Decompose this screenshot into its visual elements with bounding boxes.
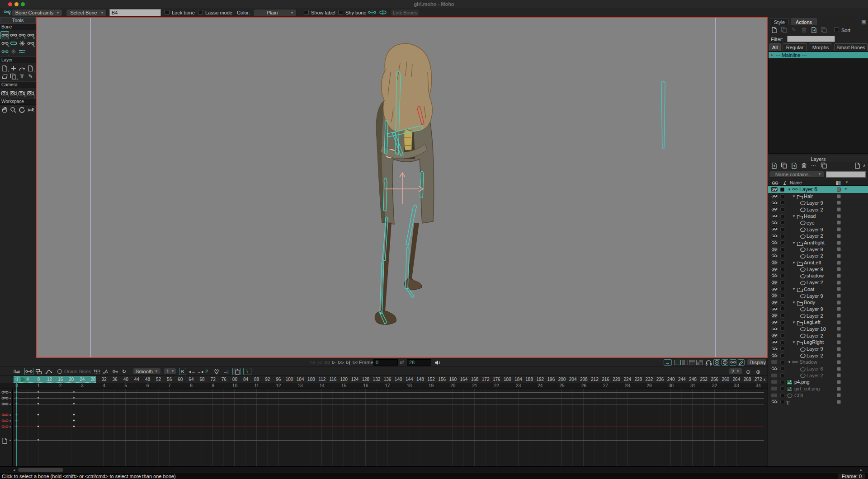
layer-row-hair[interactable]: ▼Hair	[768, 193, 868, 200]
selected-bone-rotate-channel-key-frame-8[interactable]	[37, 425, 39, 427]
layer-color-swatch[interactable]	[837, 261, 841, 265]
layer-visibility-toggle[interactable]	[771, 201, 778, 205]
show-label-checkbox[interactable]	[304, 10, 309, 15]
shy-bone-checkbox[interactable]	[338, 10, 343, 15]
layer-animated-checkbox[interactable]	[780, 314, 784, 318]
layer-animated-checkbox[interactable]	[780, 320, 784, 324]
tab-actions[interactable]: Actions	[791, 18, 817, 25]
layer-row-legleft[interactable]: ▼LegLeft	[768, 319, 868, 326]
pan-tilt-camera-tool[interactable]: )	[26, 89, 35, 97]
selected-bone-translate-channel-key-frame-21[interactable]	[73, 413, 75, 416]
scale-bone-tool[interactable]: ⇕	[26, 31, 35, 39]
layer-row-layer-9[interactable]: Layer 9	[768, 266, 868, 272]
layer-animated-checkbox[interactable]	[780, 280, 784, 284]
selected-bone-scale-channel-icon[interactable]	[1, 418, 9, 423]
shear-layer-tool[interactable]	[0, 72, 9, 80]
single-view-button[interactable]	[675, 360, 681, 365]
layer-row-armleft[interactable]: ▼ArmLeft	[768, 259, 868, 266]
layer-color-swatch[interactable]	[837, 367, 841, 371]
layer-color-swatch[interactable]	[837, 380, 841, 384]
layer-color-swatch[interactable]	[837, 221, 841, 225]
bone-rotate-channel-key-frame-21[interactable]	[73, 403, 75, 405]
step-back-button[interactable]: ◁◁	[323, 359, 330, 366]
layer-row-eye[interactable]: eye	[768, 219, 868, 226]
selected-bone-translate-channel-icon[interactable]	[1, 412, 9, 418]
layer-color-swatch[interactable]	[837, 393, 841, 397]
bone-name-input[interactable]	[109, 9, 161, 16]
layer-visibility-toggle[interactable]	[771, 247, 778, 252]
onion-frames-button[interactable]	[94, 369, 100, 374]
layer-animated-checkbox[interactable]	[780, 234, 784, 238]
layer-animated-checkbox[interactable]	[780, 287, 784, 291]
key-tool-button[interactable]	[112, 369, 119, 374]
layer-visibility-toggle[interactable]	[771, 386, 778, 391]
more-options-button[interactable]: ⋯	[810, 162, 818, 169]
scrollbar-thumb[interactable]	[18, 468, 63, 472]
insert-action-reference-button[interactable]	[810, 26, 818, 33]
actions-list[interactable]: ➤ --- Mainline ---	[768, 52, 868, 154]
bone-rotate-channel-key-frame-8[interactable]	[37, 403, 39, 405]
layer-color-swatch[interactable]	[837, 188, 841, 192]
layer-animated-checkbox[interactable]	[780, 227, 784, 231]
add-keyframe-button[interactable]	[213, 368, 220, 375]
offset-bone-tool[interactable]: →	[0, 47, 9, 56]
layer-row-layer-6[interactable]: ▼Layer 6▼	[768, 186, 868, 193]
layer-color-swatch[interactable]	[837, 234, 841, 238]
layer-animated-checkbox[interactable]	[780, 194, 784, 198]
layers-search-input[interactable]	[826, 171, 866, 178]
layer-animated-checkbox[interactable]	[780, 207, 784, 211]
bone-channels-button[interactable]	[24, 368, 33, 375]
layer-color-swatch[interactable]	[837, 387, 841, 391]
layer-visibility-toggle[interactable]	[771, 187, 778, 192]
layer-row-col[interactable]: COL	[768, 392, 868, 399]
copy-next-key-button[interactable]: →●	[197, 369, 203, 374]
track-camera-tool[interactable]: +	[0, 89, 9, 97]
motion-graph-button[interactable]	[45, 369, 52, 375]
layer-visibility-toggle[interactable]	[771, 320, 778, 324]
action-row-mainline[interactable]: ➤ --- Mainline ---	[769, 52, 868, 58]
channels-area[interactable]	[0, 389, 768, 466]
layer-color-swatch[interactable]	[837, 320, 841, 324]
layer-animated-checkbox[interactable]	[780, 380, 784, 384]
two-pane-view-button[interactable]	[682, 360, 688, 365]
layer-row-layer-10[interactable]: Layer 10	[768, 325, 868, 332]
orbit-workspace-tool[interactable]	[26, 106, 35, 114]
bone-translate-channel-key-frame-21[interactable]	[73, 391, 75, 393]
layer-animated-checkbox[interactable]	[780, 247, 784, 251]
brush-visibility-button[interactable]	[738, 359, 745, 366]
layer-color-swatch[interactable]	[837, 353, 841, 357]
layer-color-swatch[interactable]	[837, 360, 841, 364]
frame-ruler[interactable]: 4812162024283236404448525660646872768084…	[0, 376, 768, 383]
eyedropper-tool[interactable]: ✎	[26, 72, 35, 80]
expand-triangle-icon[interactable]: ▼	[792, 340, 796, 344]
layer-color-swatch[interactable]	[837, 373, 841, 377]
auto-key-button[interactable]: ₒA	[103, 369, 108, 374]
layer-row-layer-2[interactable]: Layer 2	[768, 253, 868, 259]
text-tool[interactable]: T	[18, 72, 26, 80]
step-forward-button[interactable]: ▷|	[344, 359, 352, 366]
flexi-bind-tool[interactable]	[18, 39, 26, 47]
reparent-bone-tool[interactable]: ↷	[0, 39, 9, 47]
selected-bone-scale-channel-key-frame-21[interactable]	[73, 419, 75, 422]
layer-row-legright[interactable]: ▼LegRight	[768, 339, 868, 346]
roll-camera-tool[interactable]: ↻	[18, 89, 26, 97]
jump-to-start-button[interactable]: ○◁	[308, 359, 316, 366]
layer-row-layer-2[interactable]: Layer 2	[768, 279, 868, 286]
layer-animated-checkbox[interactable]	[780, 373, 784, 377]
layer-animated-checkbox[interactable]	[780, 201, 784, 205]
layer-animated-checkbox[interactable]	[780, 366, 784, 371]
layer-visibility-toggle[interactable]	[771, 307, 778, 311]
delete-action-button[interactable]	[800, 26, 808, 33]
split-bones-icon-button[interactable]	[368, 9, 376, 15]
expand-triangle-icon[interactable]: ▼	[792, 320, 796, 324]
layer-visibility-toggle[interactable]	[771, 340, 778, 344]
layer-visibility-toggle[interactable]	[771, 280, 778, 285]
filter-tab-morphs[interactable]: Morphs	[809, 43, 832, 51]
bone-scale-channel-icon[interactable]	[1, 395, 9, 401]
new-group-button[interactable]	[790, 162, 798, 169]
audio-mute-icon[interactable]	[434, 360, 441, 366]
layer-row-armright[interactable]: ▼ArmRight	[768, 240, 868, 246]
layer-animated-checkbox[interactable]	[780, 400, 784, 404]
layer-animated-checkbox[interactable]	[780, 307, 784, 311]
standalone-bone[interactable]	[661, 81, 665, 148]
